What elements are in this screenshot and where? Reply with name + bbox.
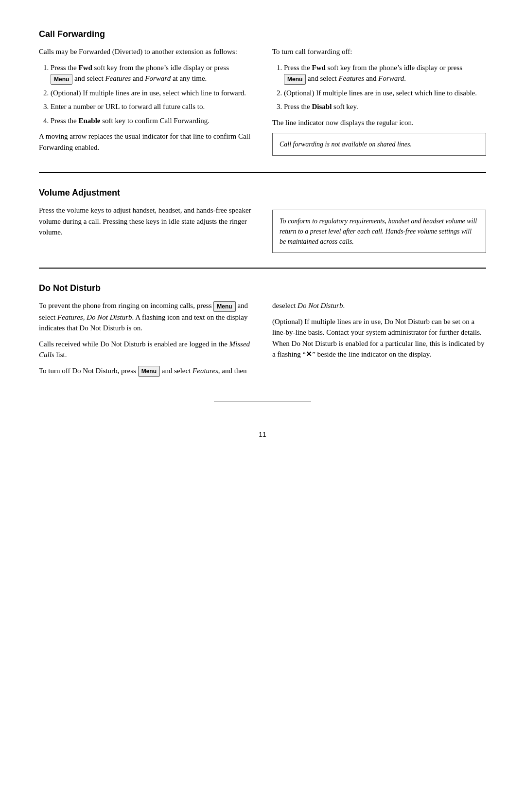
do-not-disturb-content: To prevent the phone from ringing on inc… bbox=[39, 300, 486, 381]
dnd-right-para1: deselect Do Not Disturb. bbox=[272, 300, 486, 311]
list-item: Press the Fwd soft key from the phone’s … bbox=[51, 62, 253, 85]
features-dnd2-italic: Features, bbox=[192, 367, 220, 375]
forward-italic-right: Forward bbox=[378, 74, 404, 82]
section-divider-2 bbox=[39, 268, 486, 269]
list-item: (Optional) If multiple lines are in use,… bbox=[284, 88, 486, 99]
dnd-para3: To turn off Do Not Disturb, press Menu a… bbox=[39, 365, 253, 377]
do-not-disturb-section: Do Not Disturb To prevent the phone from… bbox=[39, 283, 486, 381]
dnd-para1: To prevent the phone from ringing on inc… bbox=[39, 300, 253, 334]
list-item: Enter a number or URL to forward all fut… bbox=[51, 101, 253, 112]
volume-adjustment-right: To conform to regulatory requirements, h… bbox=[272, 205, 486, 253]
menu-key-right: Menu bbox=[284, 74, 306, 85]
fwd-bold: Fwd bbox=[79, 64, 92, 72]
page-number: 11 bbox=[39, 431, 486, 438]
call-forwarding-right: To turn call forwarding off: Press the F… bbox=[272, 46, 486, 158]
call-forwarding-content: Calls may be Forwarded (Diverted) to ano… bbox=[39, 46, 486, 158]
call-forwarding-section: Call Forwarding Calls may be Forwarded (… bbox=[39, 29, 486, 158]
missed-calls-italic: Missed Calls bbox=[39, 340, 250, 359]
section-divider-1 bbox=[39, 172, 486, 173]
call-forwarding-title: Call Forwarding bbox=[39, 29, 486, 39]
do-not-disturb-italic: Do Not Disturb bbox=[298, 302, 343, 309]
volume-adjustment-content: Press the volume keys to adjust handset,… bbox=[39, 205, 486, 253]
list-item: (Optional) If multiple lines are in use,… bbox=[51, 88, 253, 99]
list-item: Press the Disabl soft key. bbox=[284, 101, 486, 112]
enable-bold: Enable bbox=[79, 117, 101, 125]
call-forwarding-steps-left: Press the Fwd soft key from the phone’s … bbox=[51, 62, 253, 126]
menu-key-dnd: Menu bbox=[213, 301, 235, 312]
line-indicator-text: The line indicator now displays the regu… bbox=[272, 117, 486, 128]
dnd-right-para2: (Optional) If multiple lines are in use,… bbox=[272, 316, 486, 360]
call-forwarding-steps-right: Press the Fwd soft key from the phone’s … bbox=[284, 62, 486, 112]
turn-off-intro: To turn call forwarding off: bbox=[272, 46, 486, 57]
call-forwarding-intro: Calls may be Forwarded (Diverted) to ano… bbox=[39, 46, 253, 57]
volume-adjustment-left: Press the volume keys to adjust handset,… bbox=[39, 205, 253, 253]
call-forwarding-footer: A moving arrow replaces the usual indica… bbox=[39, 131, 253, 153]
forward-italic: Forward bbox=[145, 74, 171, 82]
note-text: Call forwarding is not available on shar… bbox=[280, 141, 412, 148]
list-item: Press the Fwd soft key from the phone’s … bbox=[284, 62, 486, 85]
volume-adjustment-section: Volume Adjustment Press the volume keys … bbox=[39, 188, 486, 253]
volume-note-text: To conform to regulatory requirements, h… bbox=[280, 217, 477, 245]
call-forwarding-left: Calls may be Forwarded (Diverted) to ano… bbox=[39, 46, 253, 158]
features-italic: Features bbox=[105, 74, 131, 82]
call-forwarding-note: Call forwarding is not available on shar… bbox=[272, 133, 486, 156]
menu-key: Menu bbox=[51, 74, 72, 85]
volume-adjustment-title: Volume Adjustment bbox=[39, 188, 486, 198]
list-item: Press the Enable soft key to confirm Cal… bbox=[51, 115, 253, 126]
do-not-disturb-title: Do Not Disturb bbox=[39, 283, 486, 293]
x-mark: ✕ bbox=[306, 350, 312, 358]
disabl-bold: Disabl bbox=[312, 103, 332, 110]
do-not-disturb-left: To prevent the phone from ringing on inc… bbox=[39, 300, 253, 381]
features-dnd-italic: Features, Do Not Disturb bbox=[57, 313, 132, 321]
fwd-bold-right: Fwd bbox=[312, 64, 326, 72]
dnd-para2: Calls received while Do Not Disturb is e… bbox=[39, 339, 253, 361]
menu-key-dnd2: Menu bbox=[138, 366, 160, 377]
do-not-disturb-right: deselect Do Not Disturb. (Optional) If m… bbox=[272, 300, 486, 381]
features-italic-right: Features bbox=[338, 74, 364, 82]
page-footer-divider bbox=[214, 401, 311, 401]
volume-note: To conform to regulatory requirements, h… bbox=[272, 210, 486, 253]
volume-text: Press the volume keys to adjust handset,… bbox=[39, 205, 253, 238]
